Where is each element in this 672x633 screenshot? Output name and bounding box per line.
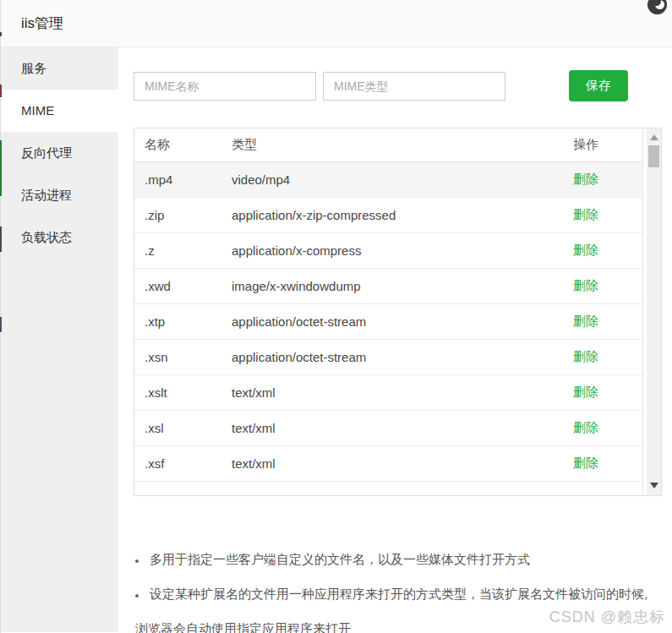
row-name-cell: .mp4 — [134, 161, 231, 197]
delete-link[interactable]: 删除 — [573, 349, 598, 363]
crescent-icon — [655, 0, 664, 9]
scroll-down-icon[interactable] — [650, 483, 658, 488]
mime-table-container: 名称 类型 操作 .mp4 video/mp4 删除 .zip applicat… — [134, 128, 662, 496]
window-edge-artifact — [0, 317, 2, 332]
row-type-cell: application/octet-stream — [231, 339, 563, 374]
row-name-cell: .xsl — [134, 410, 231, 445]
save-button[interactable]: 保存 — [569, 70, 628, 101]
delete-link[interactable]: 删除 — [573, 172, 598, 186]
delete-link[interactable]: 删除 — [573, 385, 598, 399]
table-scrollbar[interactable] — [643, 128, 661, 495]
row-name-cell: .zip — [134, 197, 231, 232]
table-row: .xtp application/octet-stream 删除 — [134, 303, 642, 339]
table-row: .xslt text/xml 删除 — [134, 374, 642, 410]
sidebar-item-load-status[interactable]: 负载状态 — [0, 216, 118, 259]
window-edge-artifact — [0, 32, 2, 36]
sidebar-item-reverse-proxy[interactable]: 反向代理 — [0, 132, 118, 174]
row-name-cell: .xslt — [134, 374, 231, 410]
row-name-cell: .xsn — [134, 339, 231, 374]
column-header-actions: 操作 — [563, 128, 642, 161]
column-header-type: 类型 — [231, 128, 563, 161]
delete-link[interactable]: 删除 — [573, 420, 598, 434]
row-name-cell: .xsf — [134, 445, 231, 481]
row-name-cell: .xtp — [134, 303, 231, 339]
watermark: CSDN @赖忠标 — [549, 607, 665, 627]
mime-form: 保存 — [134, 70, 672, 101]
mime-table-body: .mp4 video/mp4 删除 .zip application/x-zip… — [134, 161, 642, 481]
delete-link[interactable]: 删除 — [573, 456, 598, 470]
scrollbar-thumb[interactable] — [648, 145, 659, 167]
window-edge-artifact — [0, 140, 2, 196]
table-row: .xsn application/octet-stream 删除 — [134, 339, 642, 374]
row-type-cell: application/octet-stream — [231, 303, 563, 339]
table-row: .xsf text/xml 删除 — [134, 445, 642, 481]
scroll-up-icon[interactable] — [650, 134, 658, 140]
row-name-cell: .xwd — [134, 268, 231, 303]
row-type-cell: text/xml — [231, 445, 563, 481]
column-header-name: 名称 — [134, 128, 231, 161]
main-layout: 服务 MIME 反向代理 活动进程 负载状态 保存 名称 类型 操作 — [0, 47, 672, 632]
mime-name-input[interactable] — [134, 72, 316, 101]
table-row: .xsl text/xml 删除 — [134, 410, 642, 445]
mime-type-input[interactable] — [323, 72, 505, 101]
row-type-cell: text/xml — [231, 374, 563, 410]
table-row: .xwd image/x-xwindowdump 删除 — [134, 268, 642, 303]
sidebar-item-services[interactable]: 服务 — [0, 47, 118, 90]
delete-link[interactable]: 删除 — [573, 243, 598, 257]
content-area: 保存 名称 类型 操作 .mp4 video/mp4 删除 .zip — [118, 47, 672, 632]
row-type-cell: image/x-xwindowdump — [231, 268, 563, 303]
table-row: .mp4 video/mp4 删除 — [134, 161, 642, 197]
app-header: iis管理 — [0, 0, 672, 47]
sidebar-item-mime[interactable]: MIME — [0, 90, 118, 132]
window-edge-artifact — [0, 85, 2, 97]
row-type-cell: video/mp4 — [231, 161, 563, 197]
delete-link[interactable]: 删除 — [573, 207, 598, 221]
table-row: .z application/x-compress 删除 — [134, 232, 642, 268]
row-type-cell: text/xml — [231, 410, 563, 445]
row-name-cell: .z — [134, 232, 231, 268]
row-type-cell: application/x-compress — [231, 232, 563, 268]
table-header-row: 名称 类型 操作 — [134, 128, 642, 161]
table-row: .zip application/x-zip-compressed 删除 — [134, 197, 642, 232]
page-title: iis管理 — [21, 14, 63, 33]
sidebar: 服务 MIME 反向代理 活动进程 负载状态 — [0, 47, 118, 632]
row-type-cell: application/x-zip-compressed — [231, 197, 563, 232]
note-item: 多用于指定一些客户端自定义的文件名，以及一些媒体文件打开方式 — [135, 543, 656, 577]
mime-table: 名称 类型 操作 .mp4 video/mp4 删除 .zip applicat… — [134, 128, 643, 495]
window-edge-artifact — [0, 226, 2, 252]
sidebar-item-active-processes[interactable]: 活动进程 — [0, 174, 118, 216]
delete-link[interactable]: 删除 — [573, 278, 598, 292]
delete-link[interactable]: 删除 — [573, 314, 598, 328]
